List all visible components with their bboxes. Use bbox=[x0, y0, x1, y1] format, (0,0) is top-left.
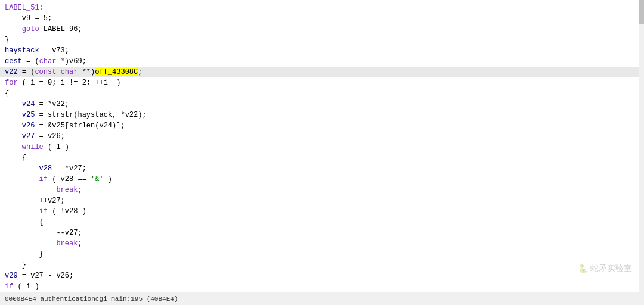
table-row: LABEL_51: bbox=[0, 2, 644, 13]
table-row: v26 = &v25[strlen(v24)]; bbox=[0, 120, 644, 131]
watermark-icon: 🐍 bbox=[578, 264, 588, 273]
table-row: --v27; bbox=[0, 228, 644, 238]
table-row: v24 = *v22; bbox=[0, 99, 644, 110]
table-row: if ( v28 == '&' ) bbox=[0, 174, 644, 185]
code-editor: LABEL_51: v9 = 5; goto LABEL_96;}haystac… bbox=[0, 0, 644, 292]
scrollbar-track[interactable] bbox=[639, 0, 644, 292]
table-row: v22 = (const char **)off_43308C; bbox=[0, 67, 644, 77]
table-row: v9 = 5; bbox=[0, 13, 644, 24]
table-row: v25 = strstr(haystack, *v22); bbox=[0, 110, 644, 120]
table-row: break; bbox=[0, 238, 644, 249]
table-row: } bbox=[0, 35, 644, 45]
table-row: haystack = v73; bbox=[0, 45, 644, 56]
table-row: { bbox=[0, 88, 644, 99]
table-row: ++v27; bbox=[0, 195, 644, 206]
table-row: } bbox=[0, 249, 644, 260]
status-bar: 0000B4E4 authenticationcgi_main:195 (40B… bbox=[0, 292, 644, 305]
watermark-text: 蛇矛实验室 bbox=[590, 263, 632, 274]
table-row: goto LABEL_96; bbox=[0, 24, 644, 35]
table-row: while ( 1 ) bbox=[0, 142, 644, 152]
table-row: if ( i ) bbox=[0, 281, 644, 292]
scrollbar-thumb[interactable] bbox=[639, 0, 644, 24]
table-row: if ( !v28 ) bbox=[0, 206, 644, 217]
watermark: 🐍 蛇矛实验室 bbox=[578, 263, 632, 274]
table-row: v27 = v26; bbox=[0, 131, 644, 142]
table-row: v29 = v27 - v26; bbox=[0, 270, 644, 281]
code-lines: LABEL_51: v9 = 5; goto LABEL_96;}haystac… bbox=[0, 2, 644, 292]
table-row: { bbox=[0, 217, 644, 228]
table-row: break; bbox=[0, 185, 644, 195]
table-row: v28 = *v27; bbox=[0, 163, 644, 174]
table-row: for ( i = 0; i != 2; ++i ) bbox=[0, 77, 644, 88]
status-text: 0000B4E4 authenticationcgi_main:195 (40B… bbox=[5, 295, 178, 303]
table-row: dest = (char *)v69; bbox=[0, 56, 644, 67]
table-row: { bbox=[0, 152, 644, 163]
table-row: } bbox=[0, 260, 644, 270]
